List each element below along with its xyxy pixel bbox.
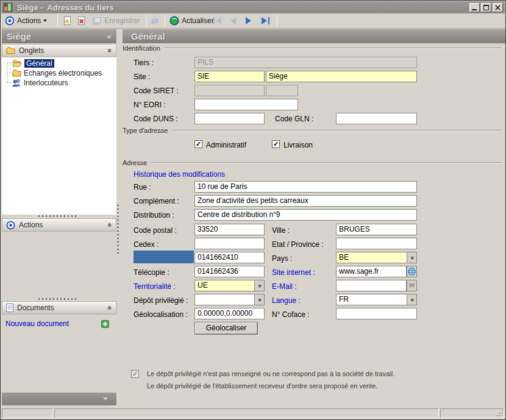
code-postal-field[interactable]: 33520 [194, 224, 265, 235]
folder-icon [6, 47, 15, 54]
depot-note-line2: Le dépôt privilégié de l'établissement r… [147, 382, 377, 390]
maximize-button[interactable] [481, 3, 491, 12]
minimize-button[interactable] [469, 3, 480, 12]
collapse-section-icon[interactable]: « [107, 49, 114, 53]
new-document-link[interactable]: Nouveau document [5, 319, 69, 328]
add-document-button[interactable] [101, 319, 109, 327]
historique-modifications-link[interactable]: Historique des modifications [134, 170, 225, 179]
distribution-field[interactable]: Centre de distribution n°9 [194, 209, 417, 221]
site-code-field[interactable]: SIE [194, 71, 265, 82]
group-line [173, 130, 502, 131]
nav-first-button[interactable] [213, 13, 221, 28]
titlebar: Siège - Adresses du tiers [1, 1, 505, 13]
section-actions[interactable]: Actions « [2, 218, 116, 232]
window-controls [468, 3, 503, 12]
vertical-splitter-handle[interactable] [117, 205, 119, 254]
actions-menu-label: Actions [17, 16, 41, 25]
section-onglets-label: Onglets [19, 46, 44, 55]
collapse-section-icon[interactable]: « [107, 223, 114, 227]
splitter-handle[interactable] [38, 215, 79, 217]
tiers-field: PILS [194, 57, 417, 68]
tree-item-echanges[interactable]: Echanges électroniques [12, 68, 102, 77]
resize-grip-icon[interactable] [497, 410, 504, 418]
close-button[interactable] [493, 3, 503, 12]
nav-next-button[interactable] [246, 13, 251, 28]
telephone-label-highlight[interactable] [134, 251, 194, 263]
administratif-checkbox[interactable]: ✓ [194, 140, 202, 148]
collapse-section-icon[interactable]: « [107, 306, 114, 310]
refresh-label: Actualiser [182, 16, 214, 25]
section-documents[interactable]: Documents « [2, 301, 116, 315]
coface-field[interactable] [336, 308, 417, 319]
telephone-field[interactable]: 0141662410 [194, 252, 265, 263]
rue-field[interactable]: 10 rue de Paris [194, 181, 417, 193]
chevron-down-icon [103, 397, 108, 400]
sync-button[interactable]: ⇄ [151, 13, 159, 28]
pays-dropdown-button[interactable]: » [407, 252, 417, 263]
main-header-title: Général [131, 31, 165, 41]
toolbar: Actions Enregistrer ⇄ Actualiser [1, 13, 506, 29]
email-field[interactable] [336, 280, 407, 291]
langue-label[interactable]: Langue : [272, 296, 301, 305]
cedex-field[interactable] [194, 238, 265, 249]
actions-menu-button[interactable]: Actions [5, 13, 47, 28]
eori-field[interactable] [194, 99, 298, 110]
group-adresse-title: Adresse [123, 159, 147, 166]
onglets-tree: Général Echanges électroniques Interlocu… [2, 57, 116, 215]
telecopie-field[interactable]: 0141662436 [194, 266, 265, 277]
nav-previous-button[interactable] [230, 13, 236, 28]
ville-field[interactable]: BRUGES [336, 224, 417, 235]
depot-privilegie-label: Dépôt privilégié : [134, 296, 188, 305]
new-address-button[interactable] [62, 13, 73, 28]
site-name-field[interactable]: Siège [266, 71, 417, 82]
geolocalisation-field[interactable]: 0.00000,0.00000 [194, 308, 265, 319]
refresh-button[interactable]: Actualiser [169, 13, 214, 28]
actualiser-orb-icon [169, 16, 179, 26]
delete-address-button[interactable] [76, 13, 87, 28]
complement-field[interactable]: Zone d'activité des petits carreaux [194, 195, 417, 207]
first-bar-icon [213, 17, 215, 24]
rue-label: Rue : [134, 183, 151, 191]
pays-combo[interactable]: BE [336, 252, 417, 263]
cedex-label: Cedex : [134, 240, 159, 249]
langue-combo[interactable]: FR [336, 294, 417, 305]
main-header: Général [123, 29, 505, 43]
sidebar-bottom-bar[interactable] [2, 393, 116, 405]
geolocaliser-button[interactable]: Géolocaliser [194, 322, 258, 335]
group-line [151, 162, 502, 163]
nav-last-button[interactable] [262, 13, 269, 28]
section-onglets[interactable]: Onglets « [2, 44, 116, 57]
duns-field[interactable] [194, 113, 265, 124]
livraison-label: Livraison [283, 141, 313, 149]
chevron-double-down-icon: » [409, 298, 415, 302]
tree-item-general[interactable]: Général [12, 59, 54, 68]
site-internet-label[interactable]: Site internet : [272, 268, 315, 277]
ville-label: Ville : [272, 226, 290, 235]
depot-note-line1: Le dépôt privilégié n'est pas renseigné … [147, 370, 394, 377]
siret-label: Code SIRET : [134, 87, 179, 95]
previous-arrow-icon [230, 17, 236, 24]
pays-label: Pays : [272, 254, 292, 263]
toolbar-separator [277, 15, 277, 26]
livraison-checkbox[interactable]: ✓ [272, 140, 280, 148]
email-label[interactable]: E-Mail : [272, 282, 297, 291]
complement-label: Complément : [134, 197, 179, 205]
etat-province-field[interactable] [336, 238, 417, 249]
save-button[interactable]: Enregistrer [91, 13, 140, 28]
tree-item-interlocuteurs[interactable]: Interlocuteurs [12, 78, 68, 87]
depot-dropdown-button[interactable]: » [254, 294, 265, 305]
gln-field[interactable] [336, 113, 417, 124]
territorialite-label[interactable]: Territorialité : [134, 282, 176, 291]
splitter-handle[interactable] [38, 298, 79, 300]
people-icon [12, 79, 21, 87]
territorialite-dropdown-button[interactable]: » [254, 280, 265, 291]
collapse-sidebar-icon[interactable]: « [107, 32, 112, 40]
coface-label: N° Coface : [272, 310, 310, 319]
site-internet-field[interactable]: www.sage.fr [336, 266, 407, 277]
maximize-icon [483, 5, 489, 10]
tiers-label: Tiers : [134, 59, 154, 67]
envelope-icon: ✉ [409, 282, 415, 290]
send-email-button[interactable]: ✉ [407, 280, 417, 291]
open-website-button[interactable] [407, 266, 417, 277]
langue-dropdown-button[interactable]: » [407, 294, 417, 305]
